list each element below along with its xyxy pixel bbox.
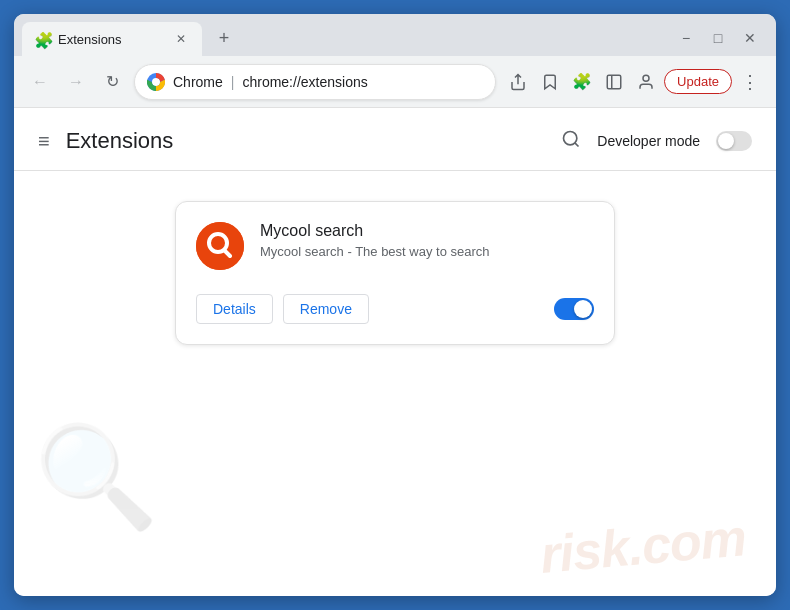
extension-toggle-thumb [574, 300, 592, 318]
svg-point-8 [196, 222, 244, 270]
omnibox[interactable]: Chrome | chrome://extensions [134, 64, 496, 100]
extension-description: Mycool search - The best way to search [260, 244, 490, 259]
update-button[interactable]: Update [664, 69, 732, 94]
svg-point-2 [153, 79, 159, 85]
extension-info: Mycool search Mycool search - The best w… [260, 222, 490, 259]
chrome-icon [147, 73, 165, 91]
toolbar-icons: 🧩 Update ⋮ [504, 68, 764, 96]
tab-bar: 🧩 Extensions ✕ + − □ ✕ [14, 14, 776, 56]
tab-favicon-icon: 🧩 [34, 31, 50, 47]
menu-button[interactable]: ≡ [38, 130, 50, 153]
developer-mode-toggle[interactable] [716, 131, 752, 151]
search-button[interactable] [561, 129, 581, 154]
details-button[interactable]: Details [196, 294, 273, 324]
more-options-button[interactable]: ⋮ [736, 68, 764, 96]
tab-close-button[interactable]: ✕ [172, 30, 190, 48]
share-icon[interactable] [504, 68, 532, 96]
watermark-icon: 🔍 [34, 418, 159, 536]
close-button[interactable]: ✕ [740, 28, 760, 48]
bookmark-icon[interactable] [536, 68, 564, 96]
maximize-button[interactable]: □ [708, 28, 728, 48]
extension-card: Mycool search Mycool search - The best w… [175, 201, 615, 345]
watermark-text: risk.com [538, 507, 748, 585]
window-controls: − □ ✕ [676, 28, 768, 56]
page-title: Extensions [66, 128, 174, 154]
tab-title: Extensions [58, 32, 164, 47]
url-text: chrome://extensions [242, 74, 483, 90]
forward-button[interactable]: → [62, 68, 90, 96]
sidebar-icon[interactable] [600, 68, 628, 96]
header-right: Developer mode [561, 129, 752, 154]
svg-line-7 [575, 142, 579, 146]
extension-icon-wrapper [196, 222, 244, 270]
svg-point-5 [643, 75, 649, 81]
developer-mode-label: Developer mode [597, 133, 700, 149]
back-button[interactable]: ← [26, 68, 54, 96]
remove-button[interactable]: Remove [283, 294, 369, 324]
site-name: Chrome [173, 74, 223, 90]
profile-icon[interactable] [632, 68, 660, 96]
address-bar: ← → ↻ Chrome | chrome://extensions [14, 56, 776, 108]
extension-name: Mycool search [260, 222, 490, 240]
title-area: ≡ Extensions [38, 128, 173, 154]
extension-card-bottom: Details Remove [196, 294, 594, 324]
extensions-header: ≡ Extensions Developer mode [14, 108, 776, 171]
svg-point-6 [564, 131, 577, 144]
extensions-puzzle-icon[interactable]: 🧩 [568, 68, 596, 96]
page-content: ≡ Extensions Developer mode [14, 108, 776, 596]
minimize-button[interactable]: − [676, 28, 696, 48]
browser-window: 🧩 Extensions ✕ + − □ ✕ ← → ↻ Chrome [14, 14, 776, 596]
svg-rect-3 [607, 75, 621, 89]
new-tab-button[interactable]: + [210, 24, 238, 52]
toggle-thumb [718, 133, 734, 149]
url-separator: | [231, 74, 235, 90]
active-tab: 🧩 Extensions ✕ [22, 22, 202, 56]
extension-card-top: Mycool search Mycool search - The best w… [196, 222, 594, 270]
reload-button[interactable]: ↻ [98, 68, 126, 96]
extension-icon [196, 222, 244, 270]
extension-enabled-toggle[interactable] [554, 298, 594, 320]
